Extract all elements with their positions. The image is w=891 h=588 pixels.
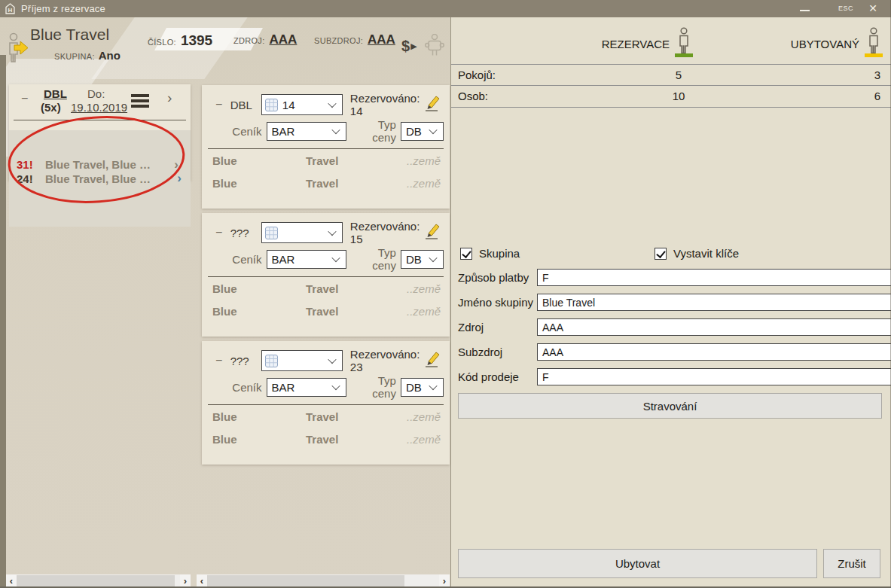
stravovani-button[interactable]: Stravování bbox=[458, 393, 882, 419]
collapse-room-button[interactable]: − bbox=[208, 226, 230, 239]
osob-ubytovany-value: 6 bbox=[853, 90, 880, 102]
ubytovany-person-icon bbox=[864, 27, 883, 60]
rooms-hscrollbar[interactable]: ‹ › bbox=[197, 574, 450, 587]
edit-pencil-icon[interactable] bbox=[423, 349, 442, 372]
reserved-value: 23 bbox=[350, 361, 423, 373]
collapse-room-button[interactable]: − bbox=[208, 98, 230, 111]
reserved-info: Rezervováno: 23 bbox=[350, 348, 423, 373]
chevron-down-icon bbox=[429, 254, 437, 262]
reserved-value: 15 bbox=[350, 233, 423, 245]
jmeno-skupiny-row: Jméno skupiny bbox=[451, 294, 891, 311]
room-type-link[interactable]: DBL bbox=[44, 87, 67, 100]
zdroj-label: ZDROJ: bbox=[233, 36, 265, 45]
guest-row[interactable]: Blue Travel ..země bbox=[208, 172, 444, 194]
expand-group-chevron-icon[interactable]: › bbox=[167, 90, 172, 106]
skupina-label: SKUPINA: bbox=[54, 52, 95, 61]
stat-row-pokoju: Pokojů: 5 3 bbox=[451, 64, 891, 86]
checkin-panel: REZERVACE UBYTOVANÝ Pokojů: 5 bbox=[450, 17, 891, 588]
zdroj-select[interactable]: AAA bbox=[537, 318, 891, 336]
cenik-label: Ceník bbox=[208, 253, 267, 266]
chevron-down-icon bbox=[331, 382, 340, 390]
scroll-right-button[interactable]: › bbox=[180, 574, 191, 587]
svg-text:H: H bbox=[8, 7, 13, 14]
esc-label: ESC bbox=[838, 5, 853, 12]
divider bbox=[14, 120, 186, 120]
skupina-field: SKUPINA: Ano bbox=[54, 49, 121, 62]
cenik-label: Ceník bbox=[208, 125, 267, 138]
checkbox-row: Skupina Vystavit klíče bbox=[451, 247, 891, 264]
cenik-select[interactable]: BAR bbox=[267, 250, 346, 269]
zdroj-value[interactable]: AAA bbox=[270, 32, 298, 47]
typ-ceny-label: Typ ceny bbox=[352, 246, 401, 272]
rezervace-column-label: REZERVACE bbox=[602, 38, 670, 50]
check-icon bbox=[462, 248, 471, 258]
menu-icon[interactable] bbox=[131, 94, 149, 110]
payment-icon[interactable]: $ ▶ bbox=[401, 38, 417, 55]
room-type: DBL bbox=[230, 99, 261, 111]
cenik-select[interactable]: BAR bbox=[267, 378, 346, 397]
ubytovany-column-label: UBYTOVANÝ bbox=[791, 38, 859, 50]
jmeno-skupiny-input[interactable] bbox=[537, 294, 891, 311]
until-date-link[interactable]: 19.10.2019 bbox=[71, 101, 127, 114]
ubytovat-button[interactable]: Ubytovat bbox=[458, 549, 817, 578]
guest-row[interactable]: Blue Travel ..země bbox=[208, 300, 444, 322]
reservation-row-label: Blue Travel, Blue … bbox=[45, 158, 174, 171]
cislo-label: ČÍSLO: bbox=[148, 38, 176, 47]
room-number-select[interactable]: 14 bbox=[261, 94, 343, 115]
edit-pencil-icon[interactable] bbox=[423, 93, 442, 116]
reserved-label: Rezervováno: bbox=[350, 220, 423, 233]
room-type: ??? bbox=[230, 355, 261, 367]
room-type: ??? bbox=[230, 227, 261, 239]
check-icon bbox=[656, 248, 665, 258]
scroll-left-button[interactable]: ‹ bbox=[6, 574, 17, 587]
guest-row[interactable]: Blue Travel ..země bbox=[208, 428, 444, 450]
open-row-chevron-icon[interactable]: › bbox=[174, 157, 179, 172]
minimize-button[interactable] bbox=[800, 10, 810, 11]
reservation-row-31[interactable]: 31! Blue Travel, Blue … › bbox=[9, 154, 188, 175]
skupina-checkbox[interactable] bbox=[460, 248, 472, 260]
guest-row[interactable]: Blue Travel ..země bbox=[208, 405, 444, 428]
guest-row[interactable]: Blue Travel ..země bbox=[208, 149, 444, 172]
collapse-group-button[interactable]: − bbox=[21, 92, 28, 105]
sidebar-hscrollbar[interactable]: ‹ › bbox=[6, 574, 191, 587]
reservation-row-24[interactable]: 24! Blue Travel, Blue … › bbox=[9, 130, 191, 227]
subzdroj-select[interactable]: AAA bbox=[537, 343, 891, 361]
summary-header: REZERVACE UBYTOVANÝ bbox=[451, 23, 891, 64]
typ-ceny-select[interactable]: DB bbox=[401, 250, 444, 269]
close-button[interactable]: ✕ bbox=[868, 2, 877, 14]
chevron-down-icon bbox=[331, 254, 340, 262]
subzdroj-field: SUBZDROJ: AAA bbox=[314, 32, 395, 47]
group-name-heading: Blue Travel bbox=[30, 26, 109, 44]
skupina-checkbox-label: Skupina bbox=[479, 247, 520, 260]
zrusit-button[interactable]: Zrušit bbox=[823, 549, 880, 578]
cislo-value: 1395 bbox=[181, 32, 212, 49]
person-disabled-icon bbox=[425, 34, 444, 64]
reserved-label: Rezervováno: bbox=[350, 348, 423, 361]
edit-pencil-icon[interactable] bbox=[423, 221, 442, 244]
typ-ceny-select[interactable]: DB bbox=[401, 378, 444, 397]
subzdroj-value[interactable]: AAA bbox=[368, 32, 395, 47]
zpusob-platby-select[interactable]: F bbox=[537, 269, 891, 286]
vystavit-klice-checkbox-label: Vystavit klíče bbox=[673, 247, 739, 260]
window-title: Příjem z rezervace bbox=[21, 3, 105, 14]
room-number-select[interactable] bbox=[261, 350, 343, 371]
scrollbar-track[interactable] bbox=[207, 574, 439, 587]
room-grid-icon bbox=[265, 227, 278, 239]
typ-ceny-select[interactable]: DB bbox=[401, 122, 444, 141]
chevron-down-icon bbox=[429, 382, 437, 390]
guest-arrival-icon bbox=[6, 32, 29, 69]
reserved-value: 14 bbox=[350, 105, 423, 117]
scroll-left-button[interactable]: ‹ bbox=[197, 574, 207, 587]
cenik-select[interactable]: BAR bbox=[267, 122, 346, 141]
scroll-right-button[interactable]: › bbox=[439, 574, 450, 587]
room-number-select[interactable] bbox=[261, 222, 343, 243]
room-grid-icon bbox=[265, 355, 278, 367]
kod-prodeje-select[interactable]: F bbox=[537, 368, 891, 385]
collapse-room-button[interactable]: − bbox=[208, 354, 230, 367]
scrollbar-thumb[interactable] bbox=[17, 575, 175, 586]
room-number-value: 14 bbox=[278, 99, 295, 111]
guest-row[interactable]: Blue Travel ..země bbox=[208, 277, 444, 300]
scrollbar-thumb[interactable] bbox=[207, 575, 404, 586]
vystavit-klice-checkbox[interactable] bbox=[655, 248, 667, 260]
scrollbar-track[interactable] bbox=[17, 574, 180, 587]
